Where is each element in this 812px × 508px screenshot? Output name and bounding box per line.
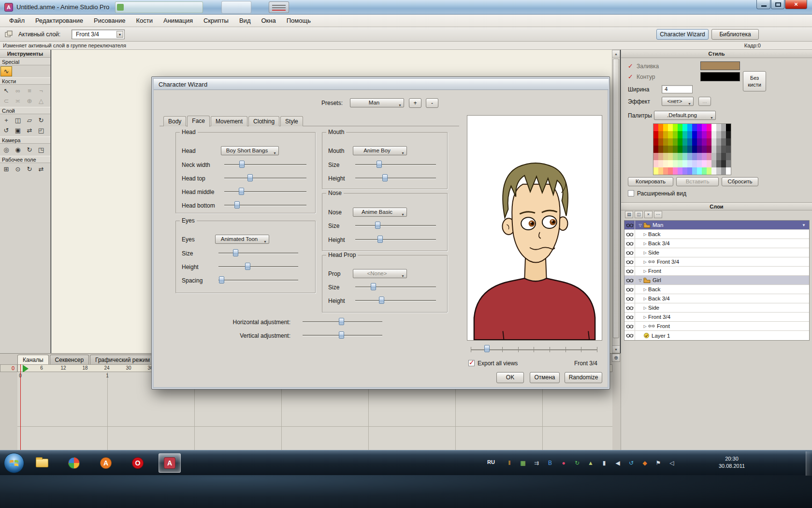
tray-network-icon[interactable]: ▮ bbox=[599, 460, 609, 466]
palette-swatch[interactable] bbox=[702, 153, 707, 160]
no-brush-button[interactable]: Безкисти bbox=[743, 71, 766, 91]
menu-animation[interactable]: Анимация bbox=[158, 15, 198, 26]
palette-swatch[interactable] bbox=[663, 160, 668, 167]
palette-swatch[interactable] bbox=[663, 153, 668, 160]
layer-row[interactable]: ▷Back 3/4 bbox=[624, 294, 809, 303]
tab-body[interactable]: Body bbox=[163, 116, 186, 126]
palette-swatch[interactable] bbox=[653, 153, 658, 160]
palette-swatch[interactable] bbox=[726, 124, 731, 131]
vertical-adjustment-slider[interactable] bbox=[303, 331, 382, 339]
taskbar-anime-studio-button[interactable]: A bbox=[159, 453, 181, 473]
extended-view-checkbox[interactable] bbox=[628, 190, 634, 196]
palette-swatch[interactable] bbox=[668, 131, 673, 138]
menu-bones[interactable]: Кости bbox=[130, 15, 158, 26]
palette-swatch[interactable] bbox=[668, 124, 673, 131]
palette-swatch[interactable] bbox=[726, 146, 731, 153]
palette-swatch[interactable] bbox=[726, 131, 731, 138]
palette-swatch[interactable] bbox=[653, 131, 658, 138]
palette-swatch[interactable] bbox=[658, 153, 663, 160]
palette-swatch[interactable] bbox=[653, 160, 658, 167]
palette-swatch[interactable] bbox=[682, 160, 687, 167]
timeline-zoom-button[interactable]: ⊕ bbox=[612, 354, 620, 362]
palette-swatch[interactable] bbox=[678, 131, 682, 138]
palette-swatch[interactable] bbox=[726, 138, 731, 146]
palette-swatch[interactable] bbox=[692, 153, 697, 160]
pan-tilt-camera-tool-icon[interactable]: ◳ bbox=[35, 145, 47, 155]
palette-swatch[interactable] bbox=[658, 160, 663, 167]
tray-audio-icon[interactable]: ◀ bbox=[613, 460, 623, 466]
bind-points-tool-icon[interactable]: △ bbox=[35, 96, 47, 106]
taskbar-aimp-button[interactable]: A bbox=[95, 453, 117, 473]
palette-swatch[interactable] bbox=[702, 138, 707, 146]
slider-thumb[interactable] bbox=[219, 276, 224, 284]
palette-swatch[interactable] bbox=[673, 138, 678, 146]
visibility-glasses-icon[interactable] bbox=[624, 276, 635, 284]
palette-swatch[interactable] bbox=[711, 153, 716, 160]
palette-swatch[interactable] bbox=[687, 160, 692, 167]
palette-swatch[interactable] bbox=[663, 167, 668, 175]
scrollbar-thumb[interactable] bbox=[613, 59, 619, 338]
bind-layer-tool-icon[interactable]: ⊕ bbox=[24, 96, 35, 106]
window-titlebar[interactable]: A Untitled.anme - Anime Studio Pro × bbox=[0, 0, 812, 15]
palette-swatch[interactable] bbox=[692, 160, 697, 167]
expand-toggle-icon[interactable]: ▷ bbox=[642, 324, 648, 329]
palette-swatch[interactable] bbox=[687, 138, 692, 146]
menu-file[interactable]: Файл bbox=[4, 15, 30, 26]
slider-thumb[interactable] bbox=[371, 283, 376, 290]
prop-type-dropdown[interactable]: <None>▼ bbox=[353, 269, 407, 278]
tab-movement[interactable]: Movement bbox=[211, 116, 247, 126]
palette-swatch[interactable] bbox=[668, 153, 673, 160]
visibility-glasses-icon[interactable] bbox=[624, 267, 635, 275]
palette-swatch[interactable] bbox=[687, 153, 692, 160]
palette-swatch[interactable] bbox=[692, 146, 697, 153]
playhead-line[interactable] bbox=[20, 364, 21, 450]
visibility-glasses-icon[interactable] bbox=[624, 331, 635, 340]
tray-bluetooth-icon[interactable]: B bbox=[545, 460, 555, 466]
palette-swatch[interactable] bbox=[668, 160, 673, 167]
tray-sync-icon[interactable]: ↺ bbox=[626, 460, 636, 466]
palette-swatch[interactable] bbox=[658, 146, 663, 153]
roll-camera-tool-icon[interactable]: ↻ bbox=[24, 145, 35, 155]
palette-swatch[interactable] bbox=[716, 131, 721, 138]
randomize-button[interactable]: Randomize bbox=[565, 372, 602, 383]
palette-swatch[interactable] bbox=[711, 138, 716, 146]
menu-scripts[interactable]: Скрипты bbox=[198, 15, 234, 26]
manipulate-bones-tool-icon[interactable]: ≡ bbox=[24, 86, 35, 96]
palette-swatch[interactable] bbox=[711, 124, 716, 131]
expand-toggle-icon[interactable]: ▷ bbox=[642, 315, 648, 319]
palette-swatch[interactable] bbox=[711, 131, 716, 138]
canvas-vertical-scrollbar[interactable]: ▲ ▼ bbox=[612, 50, 620, 353]
timeline-tab-sequencer[interactable]: Секвенсер bbox=[50, 355, 89, 364]
taskbar-media-player-button[interactable] bbox=[63, 453, 85, 473]
palette-swatch[interactable] bbox=[673, 131, 678, 138]
palette-swatch[interactable] bbox=[687, 167, 692, 175]
delete-layer-button[interactable]: × bbox=[644, 211, 652, 218]
visibility-glasses-icon[interactable] bbox=[624, 303, 635, 312]
scale-layer-tool-icon[interactable]: ▣ bbox=[12, 125, 24, 135]
head-type-dropdown[interactable]: Boy Short Bangs▼ bbox=[221, 146, 279, 155]
effect-more-button[interactable]: ... bbox=[698, 97, 711, 106]
palette-swatch[interactable] bbox=[673, 146, 678, 153]
layer-row[interactable]: Layer 1 bbox=[624, 331, 809, 340]
start-button[interactable] bbox=[4, 453, 24, 473]
palette-swatch[interactable] bbox=[726, 160, 731, 167]
palette-swatch[interactable] bbox=[678, 138, 682, 146]
timeline-tab-graph[interactable]: Графический режим bbox=[90, 355, 155, 364]
mouth-height-slider[interactable] bbox=[355, 174, 436, 182]
palette-swatch[interactable] bbox=[682, 146, 687, 153]
palette-swatch[interactable] bbox=[716, 124, 721, 131]
palette-swatch[interactable] bbox=[721, 153, 726, 160]
slider-thumb[interactable] bbox=[234, 201, 240, 209]
tray-defender-icon[interactable]: ▲ bbox=[586, 460, 595, 466]
tray-language-flag-icon[interactable]: ⚑ bbox=[653, 460, 663, 466]
outline-color-swatch[interactable] bbox=[700, 72, 740, 81]
zoom-workspace-tool-icon[interactable]: ⊙ bbox=[12, 164, 24, 174]
palette-swatch[interactable] bbox=[673, 167, 678, 175]
palette-swatch[interactable] bbox=[697, 138, 702, 146]
taskbar-opera-button[interactable]: O bbox=[127, 453, 149, 473]
prop-height-slider[interactable] bbox=[355, 296, 436, 304]
palette-swatch[interactable] bbox=[673, 153, 678, 160]
layer-row[interactable]: ▷Front bbox=[624, 267, 809, 276]
mouth-type-dropdown[interactable]: Anime Boy▼ bbox=[353, 146, 407, 155]
slider-thumb[interactable] bbox=[339, 331, 344, 339]
